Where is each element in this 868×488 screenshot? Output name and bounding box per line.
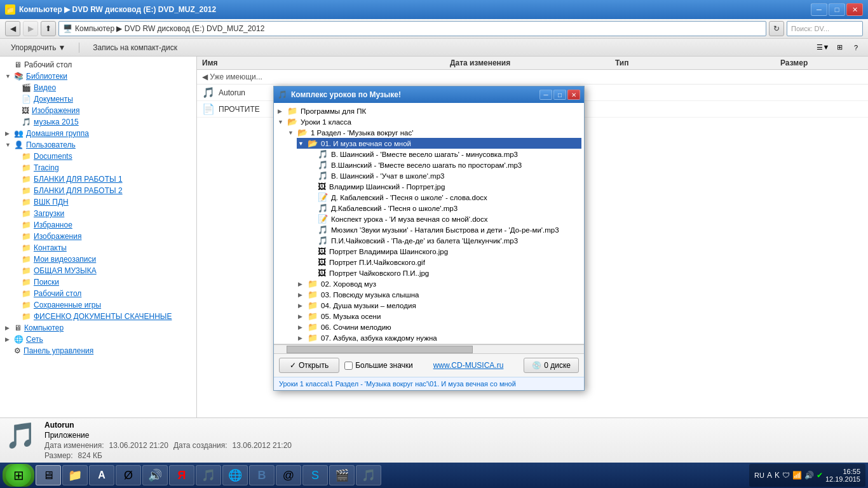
sidebar-item-user-images[interactable]: 📁 Изображения (8, 231, 196, 242)
taskbar-item-a[interactable]: A (89, 465, 114, 485)
dialog-tree[interactable]: ▶ 📁 Программы для ПК ▼ 📂 Уроки 1 класса … (274, 103, 584, 344)
tree-file-shain2[interactable]: 🎵 В.Шаинский - 'Вместе весело шагать по … (307, 159, 581, 170)
taskbar-item-media[interactable]: 🎵 (356, 465, 381, 485)
sidebar-item-saved-games[interactable]: 📁 Сохраненные игры (8, 299, 196, 311)
sidebar-item-network[interactable]: ▶ 🌐 Сеть (0, 334, 196, 345)
horizontal-scrollbar[interactable] (274, 344, 584, 353)
tree-item-lesson01[interactable]: ▼ 📂 01. И муза вечная со мной (297, 138, 581, 149)
taskbar-item-mail[interactable]: @ (276, 465, 301, 485)
tray-icon-4[interactable]: 📶 (792, 471, 802, 480)
tree-file-portrait-chaikovsky-gif[interactable]: 🖼 Портрет П.И.Чайковского.gif (307, 257, 581, 268)
tree-file-chaikovsky-mp3[interactable]: 🎵 П.И.Чайковский - 'Па-де-де' из балета … (307, 235, 581, 246)
tray-icon-2[interactable]: K (775, 471, 780, 480)
search-bar[interactable]: Поиск: DV... (787, 21, 863, 36)
sidebar-item-video[interactable]: 🎬 Видео (8, 82, 196, 93)
sidebar-item-computer[interactable]: ▶ 🖥 Компьютер (0, 322, 196, 334)
tray-icon-3[interactable]: 🛡 (782, 471, 790, 480)
dialog-minimize-button[interactable]: ─ (539, 90, 552, 100)
tray-icon-volume[interactable]: 🔊 (804, 471, 814, 480)
tree-item-programs[interactable]: ▶ 📁 Программы для ПК (276, 105, 581, 116)
taskbar-item-vk[interactable]: В (249, 465, 275, 485)
sidebar-label-contacts: Контакты (34, 243, 67, 252)
sort-button[interactable]: Упорядочить ▼ (5, 41, 71, 55)
tree-file-shain3[interactable]: 🎵 В. Шаинский - 'Учат в школе'.mp3 (307, 170, 581, 181)
sidebar-item-fisenko[interactable]: 📁 ФИСЕНКО ДОКУМЕНТЫ СКАЧЕННЫЕ (8, 311, 196, 322)
tree-item-section1[interactable]: ▼ 📂 1 Раздел - 'Музыка вокруг нас' (287, 127, 581, 138)
sidebar-item-general-music[interactable]: 📁 ОБЩАЯ МУЗЫКА (8, 265, 196, 276)
sidebar-item-homegroup[interactable]: ▶ 👥 Домашняя группа (0, 128, 196, 139)
dialog-big-icons-checkbox[interactable]: Большие значки (344, 361, 413, 370)
taskbar-item-yandex[interactable]: Я (169, 465, 194, 485)
taskbar-item-odnoklassniki[interactable]: Ø (116, 465, 141, 485)
sidebar-item-user-documents[interactable]: 📁 Documents (8, 151, 196, 162)
refresh-button[interactable]: ↻ (769, 21, 784, 36)
dialog-open-button[interactable]: ✓ Открыть (279, 358, 339, 373)
sidebar-item-videos[interactable]: 📁 Мои видеозаписи (8, 254, 196, 265)
sidebar-item-user[interactable]: ▼ 👤 Пользователь (0, 139, 196, 151)
up-button[interactable]: ⬆ (41, 21, 56, 36)
dialog-disk-button[interactable]: 💿 0 диске (524, 358, 579, 373)
sidebar-item-libraries[interactable]: ▼ 📚 Библиотеки (0, 71, 196, 82)
close-button[interactable]: ✕ (846, 3, 863, 16)
column-type[interactable]: Тип (615, 58, 780, 67)
burn-button[interactable]: Запись на компакт-диск (87, 41, 183, 55)
maximize-button[interactable]: □ (829, 3, 845, 16)
tree-file-konspekt[interactable]: 📝 Конспект урока - 'И муза вечная со мно… (307, 214, 581, 224)
start-button[interactable]: ⊞ (3, 464, 34, 487)
taskbar-item-music[interactable]: 🎵 (196, 465, 221, 485)
tree-file-portrait-shainsky[interactable]: 🖼 Портрет Владимира Шаинского.jpg (307, 246, 581, 257)
disk-icon: 💿 (532, 361, 541, 370)
address-bar[interactable]: 🖥️ Компьютер ▶ DVD RW дисковод (E:) DVD_… (58, 21, 766, 36)
back-button[interactable]: ◀ (5, 21, 20, 36)
tree-item-khorovod[interactable]: ▶ 📁 02. Хоровод муз (297, 278, 581, 289)
sidebar-item-blanki1[interactable]: 📁 БЛАНКИ ДЛЯ РАБОТЫ 1 (8, 173, 196, 185)
help-button[interactable]: ? (849, 41, 863, 55)
forward-button[interactable]: ▶ (23, 21, 38, 36)
sidebar-item-blanki2[interactable]: 📁 БЛАНКИ ДЛЯ РАБОТЫ 2 (8, 185, 196, 196)
tree-item-azbuka1[interactable]: ▶ 📁 07. Азбука, азбука каждому нужна (297, 332, 581, 343)
sidebar-item-desktop[interactable]: 🖥 Рабочий стол (0, 59, 196, 71)
sidebar-item-downloads[interactable]: 📁 Загрузки (8, 208, 196, 219)
sidebar-item-documents[interactable]: 📄 Документы (8, 93, 196, 105)
tree-item-sochini[interactable]: ▶ 📁 06. Сочини мелодию (297, 322, 581, 332)
taskbar-item-skype[interactable]: S (302, 465, 328, 485)
tree-item-povsyudu[interactable]: ▶ 📁 03. Повсюду музыка слышна (297, 289, 581, 300)
tree-file-portrait-chaikovsky-jpg[interactable]: 🖼 Портрет Чайковского П.И..jpg (307, 268, 581, 278)
tray-icon-1[interactable]: A (767, 471, 772, 480)
sidebar-item-contacts[interactable]: 📁 Контакты (8, 242, 196, 254)
tree-item-lessons[interactable]: ▼ 📂 Уроки 1 класса (276, 116, 581, 127)
column-name[interactable]: Имя (202, 58, 450, 67)
sidebar-item-user-desktop[interactable]: 📁 Рабочий стол (8, 288, 196, 299)
dialog-maximize-button[interactable]: □ (553, 90, 566, 100)
tree-item-osen[interactable]: ▶ 📁 05. Музыка осени (297, 311, 581, 322)
dialog-site-link[interactable]: www.CD-MUSICA.ru (433, 361, 504, 370)
tray-icon-check[interactable]: ✔ (817, 471, 823, 480)
taskbar-item-chrome[interactable]: 🌐 (222, 465, 248, 485)
big-icons-check[interactable] (344, 362, 353, 370)
sidebar-item-control-panel[interactable]: ⚙ Панель управления (0, 345, 196, 356)
tree-file-portrait-shain[interactable]: 🖼 Владимир Шаинский - Портрет.jpg (307, 181, 581, 192)
view-preview-button[interactable]: ⊞ (832, 41, 846, 55)
taskbar-item-sound[interactable]: 🔊 (142, 465, 168, 485)
tree-file-muzikl[interactable]: 🎵 Мюзикл 'Звуки музыки' - Наталия Быстро… (307, 224, 581, 235)
sidebar-item-vshkpdn[interactable]: 📁 ВШК ПДН (8, 196, 196, 208)
sidebar-item-searches[interactable]: 📁 Поиски (8, 276, 196, 288)
tree-file-shain1[interactable]: 🎵 В. Шаинский - 'Вместе весело шагать' -… (307, 149, 581, 159)
horiz-scroll-thumb[interactable] (287, 346, 473, 353)
sidebar-item-tracing[interactable]: 📁 Tracing (8, 162, 196, 173)
column-size[interactable]: Размер (780, 58, 863, 67)
tree-item-dusha[interactable]: ▶ 📁 04. Душа музыки – мелодия (297, 300, 581, 311)
sidebar-item-favorites[interactable]: 📁 Избранное (8, 219, 196, 231)
sidebar-item-images[interactable]: 🖼 Изображения (8, 105, 196, 116)
tree-file-kabal-mp3[interactable]: 🎵 Д.Кабалевский - 'Песня о школе'.mp3 (307, 203, 581, 214)
taskbar-item-presentation[interactable]: 🎬 (329, 465, 355, 485)
tree-file-kabal-words[interactable]: 📝 Д. Кабалевский - 'Песня о школе' - сло… (307, 192, 581, 203)
minimize-button[interactable]: ─ (811, 3, 827, 16)
column-date[interactable]: Дата изменения (450, 58, 615, 67)
taskbar-item-folder[interactable]: 📁 (62, 465, 88, 485)
taskbar-item-explorer[interactable]: 🖥 (36, 465, 61, 485)
kabal-words-label: Д. Кабалевский - 'Песня о школе' - слова… (331, 194, 487, 201)
sidebar-item-music2015[interactable]: 🎵 музыка 2015 (8, 116, 196, 128)
view-list-button[interactable]: ☰▼ (816, 41, 830, 55)
dialog-close-button[interactable]: ✕ (567, 90, 580, 100)
